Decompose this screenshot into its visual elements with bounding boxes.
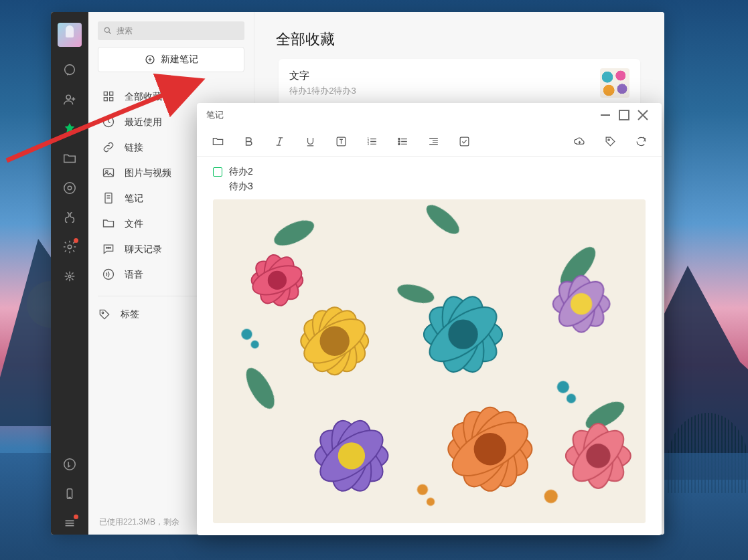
svg-point-15 xyxy=(104,27,109,32)
rail-channels[interactable] xyxy=(56,206,84,229)
svg-point-105 xyxy=(338,442,365,469)
svg-point-31 xyxy=(108,247,109,248)
editor-maximize-button[interactable] xyxy=(615,106,633,124)
svg-line-16 xyxy=(109,32,111,34)
search-icon xyxy=(103,26,113,35)
todo-line[interactable]: 待办2 xyxy=(213,166,646,178)
checkbox-icon[interactable] xyxy=(213,167,222,177)
svg-point-51 xyxy=(398,141,399,142)
card-title: 文字 xyxy=(289,70,592,82)
svg-point-117 xyxy=(544,490,558,503)
search-placeholder: 搜索 xyxy=(117,25,133,37)
editor-title: 笔记 xyxy=(206,109,224,121)
search-input[interactable]: 搜索 xyxy=(98,21,244,40)
svg-point-86 xyxy=(571,293,592,314)
tb-tag[interactable] xyxy=(601,133,619,151)
new-note-label: 新建笔记 xyxy=(161,54,198,66)
svg-point-99 xyxy=(474,433,506,465)
tb-italic[interactable] xyxy=(271,133,288,151)
svg-point-32 xyxy=(110,247,111,248)
rail-moments[interactable] xyxy=(56,177,84,199)
svg-point-92 xyxy=(268,271,287,290)
svg-point-50 xyxy=(398,138,399,139)
svg-rect-21 xyxy=(110,92,113,95)
card-thumbnail xyxy=(600,68,629,98)
rail-contacts[interactable] xyxy=(56,88,84,111)
new-note-button[interactable]: 新建笔记 xyxy=(98,47,244,72)
todo-text: 待办2 xyxy=(229,166,253,178)
svg-point-110 xyxy=(586,444,610,468)
note-image xyxy=(213,199,646,523)
svg-point-30 xyxy=(106,247,108,248)
rail-favorites[interactable] xyxy=(56,118,84,141)
tb-cloud[interactable] xyxy=(571,133,588,151)
note-icon xyxy=(102,191,115,207)
svg-point-6 xyxy=(68,186,72,190)
voice-icon xyxy=(102,268,115,283)
rail-chat[interactable] xyxy=(56,59,84,82)
sidebar-item-label: 语音 xyxy=(125,269,143,281)
svg-point-8 xyxy=(68,275,71,278)
sidebar-item-label: 全部收藏 xyxy=(125,91,162,103)
svg-point-115 xyxy=(417,484,428,495)
tb-folder[interactable] xyxy=(209,133,226,151)
folder-icon xyxy=(102,217,115,232)
svg-point-52 xyxy=(398,143,399,145)
favorite-card[interactable]: 文字 待办1待办2待办3 xyxy=(279,59,640,107)
svg-point-9 xyxy=(64,459,76,470)
chat-log-icon xyxy=(102,242,115,258)
rail-plugins[interactable] xyxy=(56,236,84,258)
sidebar-item-label: 链接 xyxy=(125,142,143,154)
nav-rail xyxy=(51,12,88,535)
editor-minimize-button[interactable] xyxy=(596,106,615,124)
tb-bold[interactable] xyxy=(240,133,257,151)
svg-point-112 xyxy=(251,341,259,349)
editor-close-button[interactable] xyxy=(633,106,652,124)
tb-checklist[interactable] xyxy=(455,133,473,151)
todo-line[interactable]: 待办3 xyxy=(213,181,646,193)
card-subtitle: 待办1待办2待办3 xyxy=(289,85,592,97)
svg-point-4 xyxy=(65,65,75,75)
svg-point-111 xyxy=(241,329,252,340)
svg-rect-36 xyxy=(619,110,629,120)
avatar[interactable] xyxy=(58,23,82,47)
tb-text-style[interactable] xyxy=(332,133,350,151)
svg-line-41 xyxy=(278,138,280,145)
tb-share[interactable] xyxy=(632,133,650,151)
tag-icon xyxy=(98,308,111,321)
svg-point-61 xyxy=(607,139,609,141)
tb-ordered-list[interactable]: 123 xyxy=(363,133,380,151)
svg-point-33 xyxy=(104,269,114,279)
rail-music[interactable] xyxy=(56,453,84,476)
rail-files[interactable] xyxy=(56,147,84,170)
rail-menu[interactable] xyxy=(56,512,84,535)
editor-toolbar: 123 xyxy=(197,127,662,157)
clock-icon xyxy=(102,115,115,130)
svg-point-34 xyxy=(102,312,104,314)
sidebar-item-label: 文件 xyxy=(125,218,143,230)
editor-window: 笔记 123 待办2待办3 xyxy=(197,103,662,535)
tb-underline[interactable] xyxy=(301,133,319,151)
sidebar-item-label: 笔记 xyxy=(125,193,143,205)
tb-unordered-list[interactable] xyxy=(394,133,411,151)
svg-rect-22 xyxy=(104,97,107,100)
svg-point-7 xyxy=(68,245,72,249)
rail-miniapp[interactable] xyxy=(56,265,84,288)
svg-point-114 xyxy=(567,393,576,403)
svg-point-81 xyxy=(448,319,477,349)
editor-body[interactable]: 待办2待办3 xyxy=(197,157,662,535)
svg-text:3: 3 xyxy=(367,143,369,146)
sidebar-item-label: 聊天记录 xyxy=(125,244,162,256)
editor-titlebar: 笔记 xyxy=(197,103,662,127)
rail-phone[interactable] xyxy=(56,482,84,505)
link-icon xyxy=(102,141,115,156)
svg-point-113 xyxy=(557,381,569,393)
svg-rect-23 xyxy=(110,97,113,100)
image-icon xyxy=(102,166,115,181)
grid-icon xyxy=(102,90,115,105)
page-title: 全部收藏 xyxy=(254,12,664,59)
svg-rect-20 xyxy=(104,92,107,95)
svg-point-116 xyxy=(427,498,435,506)
tb-indent[interactable] xyxy=(425,133,442,151)
svg-point-5 xyxy=(66,95,70,99)
